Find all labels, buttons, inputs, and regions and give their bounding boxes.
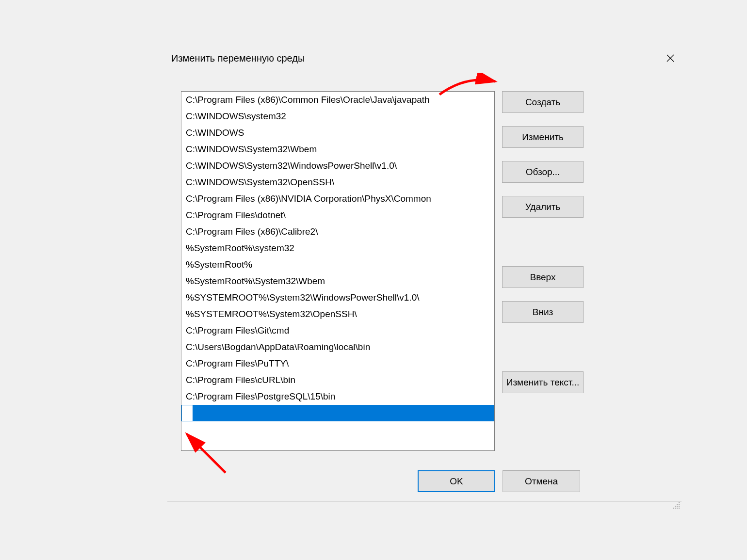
list-item[interactable]: C:\WINDOWS\system32 bbox=[181, 108, 494, 125]
new-entry-row bbox=[181, 405, 494, 421]
new-entry-selection-highlight bbox=[193, 405, 494, 421]
bottom-button-group: OK Отмена bbox=[418, 470, 580, 492]
list-item[interactable]: C:\Program Files\cURL\bin bbox=[181, 372, 494, 388]
list-item[interactable]: %SystemRoot% bbox=[181, 256, 494, 273]
list-item[interactable]: C:\Users\Bogdan\AppData\Roaming\local\bi… bbox=[181, 339, 494, 355]
path-list[interactable]: C:\Program Files (x86)\Common Files\Orac… bbox=[181, 91, 495, 451]
list-item[interactable]: %SystemRoot%\system32 bbox=[181, 240, 494, 256]
svg-rect-9 bbox=[677, 508, 678, 509]
resize-grip-icon bbox=[672, 501, 681, 510]
list-item[interactable]: %SYSTEMROOT%\System32\WindowsPowerShell\… bbox=[181, 289, 494, 306]
new-button[interactable]: Создать bbox=[502, 91, 584, 113]
move-down-button[interactable]: Вниз bbox=[502, 301, 584, 323]
list-item[interactable]: C:\Program Files (x86)\NVIDIA Corporatio… bbox=[181, 191, 494, 207]
list-item[interactable]: C:\Program Files\dotnet\ bbox=[181, 207, 494, 224]
title-bar: Изменить переменную среды bbox=[167, 48, 682, 68]
list-item[interactable]: C:\Program Files\PostgreSQL\15\bin bbox=[181, 388, 494, 405]
list-item[interactable]: C:\WINDOWS\System32\WindowsPowerShell\v1… bbox=[181, 158, 494, 174]
side-button-group: Создать Изменить Обзор... Удалить Вверх … bbox=[502, 91, 584, 393]
svg-rect-6 bbox=[677, 506, 678, 507]
edit-environment-variable-dialog: Изменить переменную среды C:\Program Fil… bbox=[167, 48, 682, 511]
list-item[interactable]: C:\Program Files\Git\cmd bbox=[181, 322, 494, 339]
ok-button[interactable]: OK bbox=[418, 470, 495, 492]
svg-rect-10 bbox=[675, 508, 676, 509]
cancel-button[interactable]: Отмена bbox=[503, 470, 580, 492]
close-button[interactable] bbox=[659, 48, 682, 68]
move-up-button[interactable]: Вверх bbox=[502, 266, 584, 288]
svg-rect-8 bbox=[679, 508, 680, 509]
new-entry-input[interactable] bbox=[181, 405, 193, 421]
delete-button[interactable]: Удалить bbox=[502, 196, 584, 218]
list-item[interactable]: C:\Program Files (x86)\Common Files\Orac… bbox=[181, 92, 494, 108]
close-icon bbox=[666, 54, 674, 62]
list-item[interactable]: %SystemRoot%\System32\Wbem bbox=[181, 273, 494, 289]
list-item[interactable]: C:\Program Files\PuTTY\ bbox=[181, 355, 494, 372]
svg-rect-4 bbox=[677, 504, 678, 505]
list-item[interactable]: %SYSTEMROOT%\System32\OpenSSH\ bbox=[181, 306, 494, 322]
browse-button[interactable]: Обзор... bbox=[502, 161, 584, 183]
svg-rect-7 bbox=[675, 506, 676, 507]
edit-text-button[interactable]: Изменить текст... bbox=[502, 371, 584, 393]
svg-rect-11 bbox=[673, 508, 674, 509]
svg-rect-5 bbox=[679, 506, 680, 507]
edit-button[interactable]: Изменить bbox=[502, 126, 584, 148]
svg-rect-2 bbox=[679, 502, 680, 503]
list-item[interactable]: C:\Program Files (x86)\Calibre2\ bbox=[181, 224, 494, 240]
dialog-title: Изменить переменную среды bbox=[167, 53, 305, 64]
svg-rect-3 bbox=[679, 504, 680, 505]
list-item[interactable]: C:\WINDOWS\System32\Wbem bbox=[181, 141, 494, 158]
list-item[interactable]: C:\WINDOWS\System32\OpenSSH\ bbox=[181, 174, 494, 191]
status-separator bbox=[167, 501, 682, 502]
list-item[interactable]: C:\WINDOWS bbox=[181, 125, 494, 141]
